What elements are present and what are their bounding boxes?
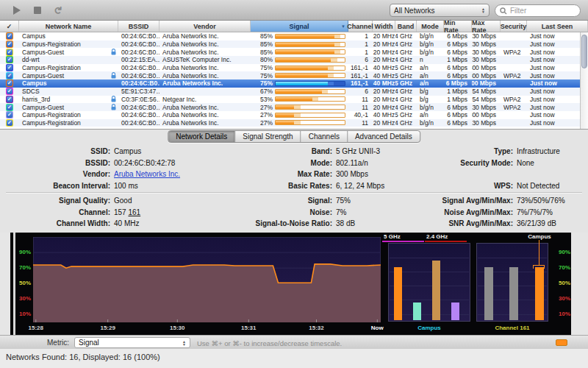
gridline xyxy=(478,258,547,258)
cell-min-rate: 6 Mbps xyxy=(444,71,472,79)
detail-label: Noise: xyxy=(220,208,332,216)
network-name: Campus-Registration xyxy=(22,111,81,118)
network-color-checkbox[interactable]: ✓ xyxy=(6,79,13,87)
tab-channels[interactable]: Channels xyxy=(301,131,348,142)
cell-vendor: Aruba Networks Inc. xyxy=(159,64,251,72)
column-header-band[interactable]: Band xyxy=(395,21,417,32)
scan-start-button[interactable] xyxy=(9,4,25,16)
table-row-campus-registration[interactable]: ✓Campus-Registration00:24:6C:B0…Aruba Ne… xyxy=(0,119,588,127)
detail-label: Beacon Interval: xyxy=(6,182,110,190)
column-header-network-name[interactable]: Network Name xyxy=(19,21,118,32)
column-header-channel[interactable]: Channel xyxy=(348,21,373,32)
network-color-checkbox[interactable]: ✓ xyxy=(6,32,13,40)
network-scope-dropdown[interactable]: All Networks ▲▼ xyxy=(390,4,490,17)
rescan-button[interactable]: ↻ xyxy=(50,4,66,16)
cell-min-rate: 6 Mbps xyxy=(444,32,472,40)
network-color-checkbox[interactable]: ✓ xyxy=(6,119,13,127)
network-color-checkbox[interactable]: ✓ xyxy=(6,88,13,95)
cell-security xyxy=(501,79,527,88)
tab-signal-strength[interactable]: Signal Strength xyxy=(235,131,301,142)
signal-percent: 67% xyxy=(254,88,273,95)
bar-chart-box xyxy=(388,243,470,322)
y-axis-tick: 10% xyxy=(12,311,31,317)
table-row-sdcs[interactable]: ✓SDCS5E:91:C3:47…67%620 MHz2.4 GHzb/g1 M… xyxy=(0,88,588,96)
cell-width: 20 MHz xyxy=(373,56,395,64)
cell-min-rate: 6 Mbps xyxy=(444,103,472,111)
table-row-campus-registration[interactable]: ✓Campus-Registration00:24:6C:B0…Aruba Ne… xyxy=(0,40,588,49)
column-header-width[interactable]: Width xyxy=(373,21,395,32)
cell-band: 5 GHz xyxy=(395,64,417,72)
cell-min-rate: 6 Mbps xyxy=(444,119,472,127)
detail-row: Signal Avg/Min/Max:73%/50%/76% xyxy=(404,195,565,207)
column-header-last-seen[interactable]: Last Seen xyxy=(527,21,588,32)
table-row-harris_3rd[interactable]: ✓harris_3rdC0:3F:0E:56…Netgear Inc.53%11… xyxy=(0,96,588,104)
details-tab-bar: Network DetailsSignal StrengthChannelsAd… xyxy=(168,130,420,143)
cell-band: 2.4 GHz xyxy=(395,88,417,96)
scrollbar-thumb[interactable] xyxy=(581,35,587,68)
tab-network-details[interactable]: Network Details xyxy=(168,131,235,142)
cell-bssid: 00:24:6C:B0… xyxy=(118,111,159,119)
table-row-campus-registration[interactable]: ✓Campus-Registration00:24:6C:B0…Aruba Ne… xyxy=(0,111,588,119)
table-header-row: ✓Network NameBSSIDVendorSignal▼ChannelWi… xyxy=(0,21,588,32)
table-scrollbar[interactable] xyxy=(580,32,588,129)
lock-icon xyxy=(111,96,116,102)
column-header-security[interactable]: Security xyxy=(501,21,527,32)
detail-label: Band: xyxy=(220,147,332,155)
column-header-bssid[interactable]: BSSID xyxy=(118,21,159,32)
table-row-campus-registration[interactable]: ✓Campus-Registration00:24:6C:B0…Aruba Ne… xyxy=(0,64,588,72)
column-header--[interactable]: ✓ xyxy=(0,21,19,32)
column-header-vendor[interactable]: Vendor xyxy=(159,21,251,32)
table-row-campus[interactable]: ✓Campus00:24:6C:B0…Aruba Networks Inc.75… xyxy=(0,79,588,88)
detail-value: 6, 12, 24 Mbps xyxy=(332,182,384,190)
network-color-checkbox[interactable]: ✓ xyxy=(6,104,13,111)
cell-mode: b/g xyxy=(417,96,444,104)
signal-percent: 27% xyxy=(254,119,273,127)
signal-percent: 27% xyxy=(254,111,273,118)
network-color-checkbox[interactable]: ✓ xyxy=(6,49,13,56)
lock-icon xyxy=(111,49,116,55)
detail-value: 100 ms xyxy=(110,182,138,190)
metric-dropdown[interactable]: Signal ▲▼ xyxy=(74,337,190,348)
cell-max-rate: 300 Mbps xyxy=(472,79,501,88)
cell-vendor: Aruba Networks Inc. xyxy=(159,48,251,56)
alternate-channel-link[interactable]: 161 xyxy=(128,208,140,216)
network-color-checkbox[interactable]: ✓ xyxy=(6,96,13,103)
networks-found-status: Networks Found: 16, Displayed: 16 (100%) xyxy=(6,353,160,361)
table-row-dd-wrt[interactable]: ✓dd-wrt00:22:15:EA…ASUSTeK Computer Inc.… xyxy=(0,56,588,64)
network-color-checkbox[interactable]: ✓ xyxy=(6,111,13,118)
checkmark-icon: ✓ xyxy=(7,105,12,110)
filter-search-input[interactable]: Filter xyxy=(495,4,581,17)
column-header-signal[interactable]: Signal▼ xyxy=(251,21,348,32)
vendor-link[interactable]: Aruba Networks Inc. xyxy=(114,170,180,178)
column-header-mode[interactable]: Mode xyxy=(417,21,444,32)
cell-bssid: 00:24:6C:B0… xyxy=(118,48,159,56)
signal-bar xyxy=(275,120,345,125)
network-table: ✓Network NameBSSIDVendorSignal▼ChannelWi… xyxy=(0,21,588,129)
cell-vendor xyxy=(159,88,251,96)
details-divider xyxy=(6,192,582,194)
network-color-checkbox[interactable]: ✓ xyxy=(6,72,13,79)
detail-row: Security Mode:None xyxy=(404,158,560,169)
table-row-campus[interactable]: ✓Campus00:24:6C:B0…Aruba Networks Inc.85… xyxy=(0,32,588,40)
network-color-checkbox[interactable]: ✓ xyxy=(6,64,13,71)
signal-bar xyxy=(509,267,518,320)
detail-row: Type:Infrastructure xyxy=(404,146,560,158)
tab-advanced-details[interactable]: Advanced Details xyxy=(348,131,420,142)
table-row-campus-guest[interactable]: ✓Campus-Guest00:24:6C:B0…Aruba Networks … xyxy=(0,103,588,111)
signal-bar xyxy=(275,96,345,102)
network-color-checkbox[interactable]: ✓ xyxy=(6,40,13,48)
cell-security xyxy=(501,64,527,72)
column-header-max-rate[interactable]: Max Rate xyxy=(472,21,501,32)
table-row-campus-guest[interactable]: ✓Campus-Guest00:24:6C:B0…Aruba Networks … xyxy=(0,71,588,79)
network-color-checkbox[interactable]: ✓ xyxy=(6,56,13,63)
column-header-min-rate[interactable]: Min Rate xyxy=(444,21,472,32)
table-row-campus-guest[interactable]: ✓Campus-Guest00:24:6C:B0…Aruba Networks … xyxy=(0,48,588,56)
detail-value: 40 MHz xyxy=(110,219,139,227)
scan-stop-button[interactable] xyxy=(29,4,46,16)
cell-width: 40 MHz xyxy=(373,79,395,88)
cell-security xyxy=(501,56,527,64)
network-name: Campus-Registration xyxy=(22,119,81,127)
signal-percent: 75% xyxy=(254,79,273,87)
detail-value: 36/21/39 dB xyxy=(513,219,556,227)
network-name: harris_3rd xyxy=(22,96,50,103)
